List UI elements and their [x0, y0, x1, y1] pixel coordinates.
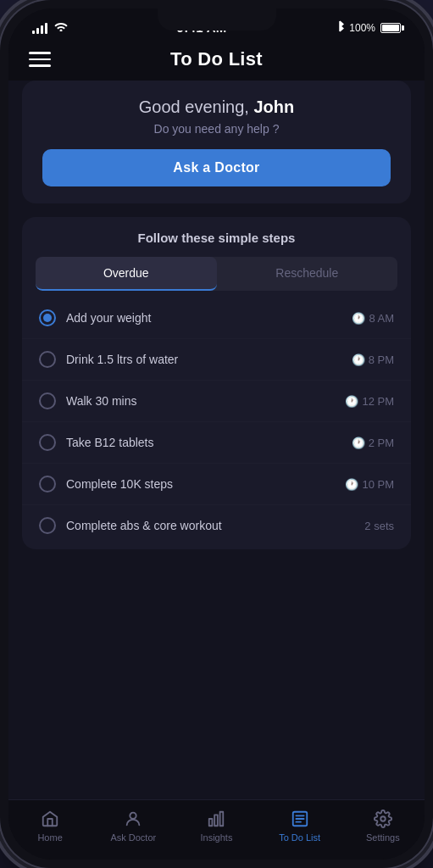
- clock-icon-4: 🕐: [345, 478, 358, 491]
- hamburger-menu-button[interactable]: [29, 52, 51, 67]
- todo-item-left: Complete abs & core workout: [39, 517, 222, 534]
- nav-label-home: Home: [37, 832, 62, 843]
- steps-section: Follow these simple steps Overdue Resche…: [22, 217, 411, 549]
- wifi-icon: [54, 21, 68, 34]
- todo-time-5: 2 sets: [364, 520, 394, 532]
- todo-time-3: 🕐 2 PM: [352, 437, 394, 449]
- todo-item-left: Complete 10K steps: [39, 476, 173, 492]
- list-item[interactable]: Complete abs & core workout 2 sets: [22, 505, 411, 546]
- todo-item-left: Add your weight: [39, 309, 151, 326]
- battery-icon: [380, 23, 401, 33]
- list-item[interactable]: Complete 10K steps 🕐 10 PM: [22, 464, 411, 505]
- todo-time-0: 🕐 8 AM: [352, 312, 394, 325]
- todo-label-5: Complete abs & core workout: [66, 519, 222, 532]
- todo-icon: [290, 809, 310, 829]
- tabs-container: Overdue Reschedule: [36, 257, 397, 291]
- nav-item-settings[interactable]: Settings: [358, 809, 408, 843]
- todo-checkbox-0[interactable]: [39, 309, 56, 326]
- nav-label-settings: Settings: [366, 832, 400, 843]
- page-title: To Do List: [170, 48, 263, 70]
- todo-item-left: Take B12 tablets: [39, 434, 154, 451]
- todo-checkbox-2[interactable]: [39, 392, 56, 409]
- todo-label-2: Walk 30 mins: [66, 394, 137, 408]
- todo-checkbox-5[interactable]: [39, 517, 56, 534]
- screen: 9:41 AM 100% To Do L: [8, 8, 425, 860]
- todo-time-2: 🕐 12 PM: [345, 395, 394, 408]
- nav-item-home[interactable]: Home: [25, 809, 75, 843]
- phone-shell: 9:41 AM 100% To Do L: [0, 0, 433, 868]
- hamburger-line-2: [29, 58, 51, 61]
- battery-percent: 100%: [349, 22, 375, 34]
- signal-bar-2: [36, 28, 39, 34]
- todo-time-value-0: 8 AM: [369, 312, 394, 325]
- nav-label-insights: Insights: [201, 832, 233, 843]
- list-item[interactable]: Take B12 tablets 🕐 2 PM: [22, 422, 411, 464]
- todo-checkbox-4[interactable]: [39, 476, 56, 492]
- status-left: [32, 21, 68, 34]
- list-item[interactable]: Add your weight 🕐 8 AM: [22, 298, 411, 339]
- signal-bar-1: [32, 31, 35, 34]
- todo-label-1: Drink 1.5 ltrs of water: [66, 353, 178, 366]
- greeting-subtitle: Do you need any help ?: [42, 122, 391, 136]
- todo-time-value-5: 2 sets: [364, 520, 394, 532]
- svg-point-8: [380, 816, 386, 821]
- ask-doctor-button[interactable]: Ask a Doctor: [42, 149, 391, 186]
- greeting-name: John: [253, 97, 294, 116]
- hamburger-line-1: [29, 52, 51, 54]
- svg-rect-1: [209, 819, 213, 826]
- tab-reschedule-label: Reschedule: [275, 266, 338, 280]
- todo-item-left: Walk 30 mins: [39, 392, 137, 409]
- bottom-nav: Home Ask Doctor: [8, 799, 425, 860]
- scroll-content[interactable]: Good evening, John Do you need any help …: [8, 81, 425, 799]
- status-right: 100%: [336, 20, 401, 35]
- app-header: To Do List: [8, 40, 425, 81]
- nav-label-todo: To Do List: [279, 832, 320, 843]
- steps-header: Follow these simple steps: [22, 217, 411, 245]
- greeting-card: Good evening, John Do you need any help …: [22, 81, 411, 203]
- tab-reschedule[interactable]: Reschedule: [217, 257, 398, 291]
- signal-bar-3: [41, 25, 43, 34]
- signal-bars-icon: [32, 22, 47, 34]
- todo-label-3: Take B12 tablets: [66, 436, 154, 449]
- bluetooth-icon: [336, 20, 344, 35]
- todo-item-left: Drink 1.5 ltrs of water: [39, 351, 178, 368]
- todo-time-1: 🕐 8 PM: [352, 353, 394, 366]
- insights-icon: [206, 809, 226, 829]
- todo-list: Add your weight 🕐 8 AM Drink 1.5 ltrs of…: [22, 291, 411, 549]
- nav-item-todo[interactable]: To Do List: [275, 809, 325, 843]
- nav-label-ask-doctor: Ask Doctor: [110, 832, 156, 843]
- todo-label-0: Add your weight: [66, 311, 151, 325]
- notch: [158, 8, 276, 31]
- nav-item-ask-doctor[interactable]: Ask Doctor: [108, 809, 158, 843]
- todo-time-value-2: 12 PM: [362, 395, 394, 408]
- signal-bar-4: [45, 23, 47, 34]
- tab-overdue[interactable]: Overdue: [36, 257, 217, 291]
- ask-doctor-icon: [123, 809, 143, 829]
- todo-checkbox-3[interactable]: [39, 434, 56, 451]
- tab-overdue-label: Overdue: [103, 266, 149, 280]
- list-item[interactable]: Walk 30 mins 🕐 12 PM: [22, 381, 411, 422]
- clock-icon-3: 🕐: [352, 437, 365, 449]
- clock-icon-0: 🕐: [352, 312, 365, 325]
- svg-rect-3: [220, 812, 224, 826]
- clock-icon-1: 🕐: [352, 353, 365, 366]
- greeting-text: Good evening, John: [42, 97, 391, 117]
- todo-time-value-4: 10 PM: [362, 478, 394, 491]
- svg-point-0: [130, 813, 136, 819]
- home-icon: [40, 809, 60, 829]
- clock-icon-2: 🕐: [345, 395, 358, 408]
- svg-rect-2: [215, 815, 219, 826]
- todo-time-4: 🕐 10 PM: [345, 478, 394, 491]
- list-item[interactable]: Drink 1.5 ltrs of water 🕐 8 PM: [22, 339, 411, 381]
- hamburger-line-3: [29, 64, 51, 67]
- todo-label-4: Complete 10K steps: [66, 477, 173, 491]
- todo-time-value-1: 8 PM: [369, 353, 394, 366]
- todo-time-value-3: 2 PM: [369, 437, 394, 449]
- battery-fill: [382, 25, 399, 31]
- nav-item-insights[interactable]: Insights: [191, 809, 241, 843]
- greeting-prefix: Good evening,: [139, 97, 254, 116]
- settings-icon: [373, 809, 393, 829]
- todo-checkbox-1[interactable]: [39, 351, 56, 368]
